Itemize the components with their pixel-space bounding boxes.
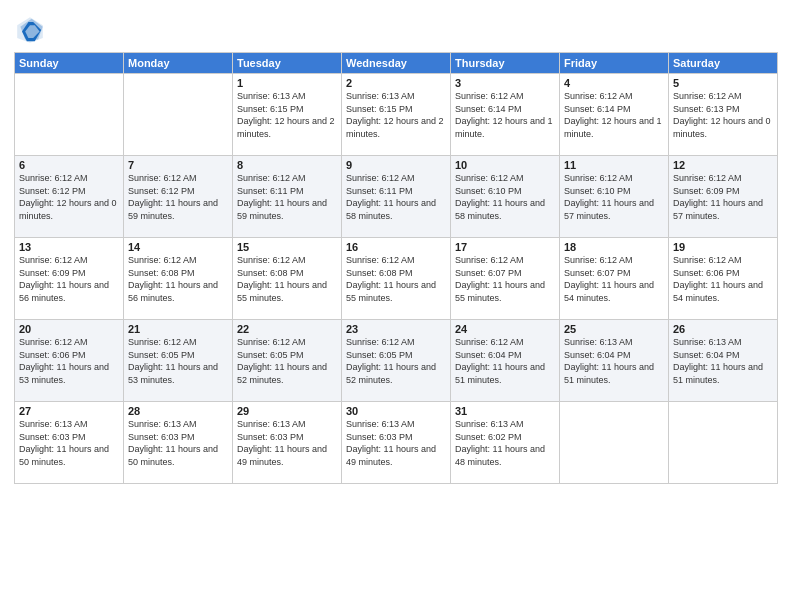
day-number: 20 [19, 323, 119, 335]
calendar-cell [124, 74, 233, 156]
calendar-cell: 6Sunrise: 6:12 AM Sunset: 6:12 PM Daylig… [15, 156, 124, 238]
day-number: 5 [673, 77, 773, 89]
calendar-cell: 15Sunrise: 6:12 AM Sunset: 6:08 PM Dayli… [233, 238, 342, 320]
day-number: 3 [455, 77, 555, 89]
day-info: Sunrise: 6:12 AM Sunset: 6:10 PM Dayligh… [564, 172, 664, 222]
day-number: 10 [455, 159, 555, 171]
calendar-cell [15, 74, 124, 156]
day-number: 11 [564, 159, 664, 171]
day-info: Sunrise: 6:13 AM Sunset: 6:03 PM Dayligh… [128, 418, 228, 468]
day-of-week-header: Tuesday [233, 53, 342, 74]
day-number: 15 [237, 241, 337, 253]
day-info: Sunrise: 6:12 AM Sunset: 6:14 PM Dayligh… [564, 90, 664, 140]
day-of-week-header: Wednesday [342, 53, 451, 74]
calendar-cell: 4Sunrise: 6:12 AM Sunset: 6:14 PM Daylig… [560, 74, 669, 156]
day-of-week-header: Saturday [669, 53, 778, 74]
calendar-cell: 13Sunrise: 6:12 AM Sunset: 6:09 PM Dayli… [15, 238, 124, 320]
calendar-cell: 31Sunrise: 6:13 AM Sunset: 6:02 PM Dayli… [451, 402, 560, 484]
day-info: Sunrise: 6:12 AM Sunset: 6:09 PM Dayligh… [673, 172, 773, 222]
page: SundayMondayTuesdayWednesdayThursdayFrid… [0, 0, 792, 612]
calendar-cell: 25Sunrise: 6:13 AM Sunset: 6:04 PM Dayli… [560, 320, 669, 402]
day-number: 19 [673, 241, 773, 253]
day-info: Sunrise: 6:12 AM Sunset: 6:05 PM Dayligh… [237, 336, 337, 386]
day-number: 21 [128, 323, 228, 335]
calendar-cell: 12Sunrise: 6:12 AM Sunset: 6:09 PM Dayli… [669, 156, 778, 238]
day-number: 9 [346, 159, 446, 171]
day-number: 7 [128, 159, 228, 171]
calendar-header-row: SundayMondayTuesdayWednesdayThursdayFrid… [15, 53, 778, 74]
calendar-cell: 10Sunrise: 6:12 AM Sunset: 6:10 PM Dayli… [451, 156, 560, 238]
day-number: 13 [19, 241, 119, 253]
calendar-cell [669, 402, 778, 484]
calendar-week-row: 13Sunrise: 6:12 AM Sunset: 6:09 PM Dayli… [15, 238, 778, 320]
day-info: Sunrise: 6:12 AM Sunset: 6:06 PM Dayligh… [673, 254, 773, 304]
calendar-cell: 1Sunrise: 6:13 AM Sunset: 6:15 PM Daylig… [233, 74, 342, 156]
calendar-cell: 5Sunrise: 6:12 AM Sunset: 6:13 PM Daylig… [669, 74, 778, 156]
day-number: 14 [128, 241, 228, 253]
day-info: Sunrise: 6:12 AM Sunset: 6:09 PM Dayligh… [19, 254, 119, 304]
day-number: 16 [346, 241, 446, 253]
calendar-week-row: 1Sunrise: 6:13 AM Sunset: 6:15 PM Daylig… [15, 74, 778, 156]
day-info: Sunrise: 6:13 AM Sunset: 6:04 PM Dayligh… [564, 336, 664, 386]
day-info: Sunrise: 6:13 AM Sunset: 6:15 PM Dayligh… [237, 90, 337, 140]
calendar-cell: 20Sunrise: 6:12 AM Sunset: 6:06 PM Dayli… [15, 320, 124, 402]
day-info: Sunrise: 6:12 AM Sunset: 6:08 PM Dayligh… [237, 254, 337, 304]
day-info: Sunrise: 6:12 AM Sunset: 6:07 PM Dayligh… [455, 254, 555, 304]
day-number: 1 [237, 77, 337, 89]
day-number: 22 [237, 323, 337, 335]
day-info: Sunrise: 6:12 AM Sunset: 6:05 PM Dayligh… [128, 336, 228, 386]
day-number: 6 [19, 159, 119, 171]
day-info: Sunrise: 6:13 AM Sunset: 6:03 PM Dayligh… [19, 418, 119, 468]
day-number: 18 [564, 241, 664, 253]
calendar-cell: 11Sunrise: 6:12 AM Sunset: 6:10 PM Dayli… [560, 156, 669, 238]
calendar-cell: 2Sunrise: 6:13 AM Sunset: 6:15 PM Daylig… [342, 74, 451, 156]
day-info: Sunrise: 6:12 AM Sunset: 6:14 PM Dayligh… [455, 90, 555, 140]
calendar-cell: 16Sunrise: 6:12 AM Sunset: 6:08 PM Dayli… [342, 238, 451, 320]
day-number: 2 [346, 77, 446, 89]
calendar-cell: 3Sunrise: 6:12 AM Sunset: 6:14 PM Daylig… [451, 74, 560, 156]
day-number: 24 [455, 323, 555, 335]
calendar-cell: 19Sunrise: 6:12 AM Sunset: 6:06 PM Dayli… [669, 238, 778, 320]
day-info: Sunrise: 6:13 AM Sunset: 6:03 PM Dayligh… [237, 418, 337, 468]
day-info: Sunrise: 6:12 AM Sunset: 6:05 PM Dayligh… [346, 336, 446, 386]
calendar-cell [560, 402, 669, 484]
day-info: Sunrise: 6:12 AM Sunset: 6:08 PM Dayligh… [128, 254, 228, 304]
calendar-week-row: 20Sunrise: 6:12 AM Sunset: 6:06 PM Dayli… [15, 320, 778, 402]
day-info: Sunrise: 6:12 AM Sunset: 6:13 PM Dayligh… [673, 90, 773, 140]
calendar-cell: 17Sunrise: 6:12 AM Sunset: 6:07 PM Dayli… [451, 238, 560, 320]
calendar-cell: 22Sunrise: 6:12 AM Sunset: 6:05 PM Dayli… [233, 320, 342, 402]
day-info: Sunrise: 6:13 AM Sunset: 6:02 PM Dayligh… [455, 418, 555, 468]
calendar-week-row: 6Sunrise: 6:12 AM Sunset: 6:12 PM Daylig… [15, 156, 778, 238]
day-number: 17 [455, 241, 555, 253]
calendar-cell: 24Sunrise: 6:12 AM Sunset: 6:04 PM Dayli… [451, 320, 560, 402]
day-info: Sunrise: 6:12 AM Sunset: 6:06 PM Dayligh… [19, 336, 119, 386]
calendar-cell: 18Sunrise: 6:12 AM Sunset: 6:07 PM Dayli… [560, 238, 669, 320]
day-of-week-header: Sunday [15, 53, 124, 74]
day-number: 12 [673, 159, 773, 171]
day-number: 26 [673, 323, 773, 335]
logo [14, 14, 50, 46]
day-info: Sunrise: 6:13 AM Sunset: 6:03 PM Dayligh… [346, 418, 446, 468]
day-info: Sunrise: 6:12 AM Sunset: 6:11 PM Dayligh… [346, 172, 446, 222]
day-info: Sunrise: 6:13 AM Sunset: 6:15 PM Dayligh… [346, 90, 446, 140]
day-number: 31 [455, 405, 555, 417]
calendar-cell: 30Sunrise: 6:13 AM Sunset: 6:03 PM Dayli… [342, 402, 451, 484]
day-number: 27 [19, 405, 119, 417]
day-info: Sunrise: 6:12 AM Sunset: 6:10 PM Dayligh… [455, 172, 555, 222]
calendar-cell: 21Sunrise: 6:12 AM Sunset: 6:05 PM Dayli… [124, 320, 233, 402]
day-info: Sunrise: 6:12 AM Sunset: 6:12 PM Dayligh… [19, 172, 119, 222]
calendar-cell: 29Sunrise: 6:13 AM Sunset: 6:03 PM Dayli… [233, 402, 342, 484]
day-of-week-header: Friday [560, 53, 669, 74]
calendar: SundayMondayTuesdayWednesdayThursdayFrid… [14, 52, 778, 484]
day-number: 8 [237, 159, 337, 171]
calendar-cell: 7Sunrise: 6:12 AM Sunset: 6:12 PM Daylig… [124, 156, 233, 238]
day-info: Sunrise: 6:12 AM Sunset: 6:07 PM Dayligh… [564, 254, 664, 304]
day-number: 23 [346, 323, 446, 335]
day-number: 30 [346, 405, 446, 417]
day-number: 25 [564, 323, 664, 335]
day-of-week-header: Monday [124, 53, 233, 74]
day-number: 4 [564, 77, 664, 89]
day-number: 29 [237, 405, 337, 417]
day-info: Sunrise: 6:12 AM Sunset: 6:08 PM Dayligh… [346, 254, 446, 304]
logo-icon [14, 14, 46, 46]
